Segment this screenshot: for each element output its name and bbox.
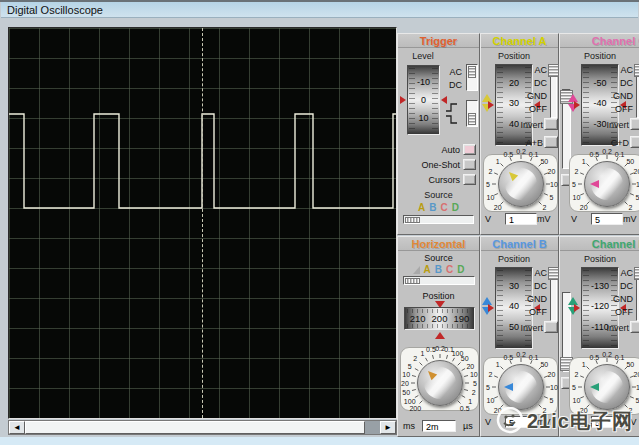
display-scrollbar[interactable]: ◄ ►	[8, 420, 397, 435]
channel-d-panel: Channel D Position -130-120-110 ACDCGNDO…	[559, 236, 639, 437]
scale-value: 1	[505, 213, 537, 225]
timebase-knob[interactable]	[417, 360, 463, 406]
coupling-option-ac: AC	[517, 64, 547, 77]
knob-scale-label: 10	[550, 384, 558, 391]
trigger-source-label: Source	[398, 190, 479, 200]
scale-knob-group[interactable]: V 5 mV 20105210.50.20.150201052	[481, 353, 560, 439]
coupling-option-off: OFF	[603, 306, 633, 319]
scroll-thumb[interactable]	[25, 421, 365, 434]
scope-display	[8, 27, 397, 419]
knob-scale-label: 2	[413, 355, 417, 362]
scale-knob[interactable]	[498, 161, 544, 207]
one-shot-button[interactable]	[463, 159, 476, 170]
source-channel-c[interactable]: C	[441, 202, 448, 213]
knob-scale-label: 50	[540, 360, 548, 367]
cursors-button[interactable]	[463, 174, 476, 185]
horizontal-position-drum[interactable]: 210200190	[404, 307, 475, 330]
coupling-slider-thumb[interactable]	[634, 267, 639, 280]
trigger-header: Trigger	[398, 34, 479, 48]
coupling-slider-thumb[interactable]	[548, 64, 559, 77]
horizontal-source-slider[interactable]	[403, 276, 475, 285]
knob-scale-label: 20	[580, 407, 588, 414]
source-channel-c[interactable]: C	[446, 264, 453, 275]
title-bar[interactable]: Digital Oscilloscope	[1, 2, 638, 18]
timebase-knob-group[interactable]: ms 2m µs 2001005020105210.50.20.11005020…	[398, 341, 481, 437]
source-channel-d[interactable]: D	[457, 264, 464, 275]
position-label: Position	[579, 254, 621, 264]
scroll-track[interactable]	[365, 421, 380, 434]
invert-button[interactable]	[630, 118, 639, 130]
sum-button[interactable]	[630, 136, 639, 148]
position-label: Position	[493, 51, 535, 61]
knob-scale-label: 2	[575, 168, 579, 175]
falling-edge-icon[interactable]	[445, 114, 458, 125]
coupling-option-off: OFF	[517, 103, 547, 116]
horizontal-source-slider-thumb[interactable]	[405, 278, 420, 284]
coupling-option-gnd: GND	[517, 293, 547, 306]
trigger-coupling-toggle-thumb[interactable]	[468, 66, 476, 78]
channel-a-panel: Channel A Position 203040 ACDCGNDOFF Inv…	[480, 33, 559, 235]
knob-scale-label: 5	[636, 396, 639, 403]
unit-right: mV	[623, 417, 637, 427]
drum-value: 200	[432, 313, 448, 324]
scale-knob-group[interactable]: V 1 mV 20105210.50.20.150201052	[481, 150, 560, 236]
knob-scale-label: 2	[575, 371, 579, 378]
knob-scale-label: 50	[540, 157, 548, 164]
coupling-option-ac: AC	[603, 64, 633, 77]
trigger-source-slider[interactable]	[403, 215, 474, 224]
invert-label: Invert	[499, 323, 543, 333]
source-channel-b[interactable]: B	[435, 264, 442, 275]
horizontal-header: Horizontal	[398, 237, 479, 251]
invert-button[interactable]	[544, 321, 558, 333]
desktop-background-strip	[0, 437, 639, 445]
unit-right: µs	[463, 421, 473, 431]
source-marker-icon	[413, 266, 420, 274]
coupling-slider-thumb[interactable]	[548, 267, 559, 280]
invert-label: Invert	[585, 120, 629, 130]
knob-scale-label: 1	[421, 349, 425, 356]
coupling-option-gnd: GND	[603, 90, 633, 103]
trigger-edge-toggle[interactable]	[466, 100, 478, 127]
sum-label: C+D	[585, 138, 629, 148]
trigger-level-drum[interactable]: -10010	[407, 65, 440, 135]
auto-label: Auto	[441, 145, 460, 155]
source-channel-a[interactable]: A	[418, 202, 425, 213]
scale-knob-group[interactable]: V 5 mV 20105210.50.20.150201052	[567, 150, 639, 236]
knob-scale-label: 0.1	[615, 150, 625, 157]
trigger-edge-toggle-thumb[interactable]	[468, 113, 476, 125]
unit-left: ms	[403, 421, 415, 431]
knob-scale-label: 0.5	[589, 353, 599, 360]
trigger-cursor-line[interactable]	[202, 28, 203, 418]
drum-marker-left-icon	[488, 101, 494, 109]
source-channel-b[interactable]: B	[429, 202, 436, 213]
invert-button[interactable]	[630, 321, 639, 333]
unit-right: mV	[623, 214, 637, 224]
one-shot-row: One-Shot	[400, 159, 478, 170]
invert-button[interactable]	[544, 118, 558, 130]
coupling-option-dc: DC	[517, 280, 547, 293]
scroll-right-button[interactable]: ►	[380, 421, 396, 434]
scroll-left-button[interactable]: ◄	[9, 421, 25, 434]
trigger-edge-selector	[445, 102, 458, 125]
rising-edge-icon[interactable]	[445, 102, 458, 113]
knob-scale-label: 0.2	[516, 148, 526, 155]
source-channel-d[interactable]: D	[452, 202, 459, 213]
knob-scale-label: 10	[550, 181, 558, 188]
source-channel-a[interactable]: A	[424, 264, 431, 275]
knob-scale-label: 20	[494, 204, 502, 211]
trigger-coupling-toggle[interactable]	[466, 64, 478, 91]
scale-knob-group[interactable]: V 5 mV 20105210.50.20.150201052	[567, 353, 639, 439]
sum-button[interactable]	[544, 136, 558, 148]
knob-scale-label: 1	[582, 157, 586, 164]
channel-title: Channel D	[592, 238, 639, 250]
trigger-source-slider-thumb[interactable]	[405, 217, 420, 223]
drum-value: 0	[408, 95, 439, 105]
coupling-slider-thumb[interactable]	[634, 64, 639, 77]
horizontal-panel: Horizontal Source ABCD Position 21020019…	[397, 236, 480, 437]
coupling-option-dc: DC	[438, 79, 462, 92]
channel-body: Position -130-120-110 ACDCGNDOFF Invert …	[567, 251, 639, 436]
knob-scale-label: 5	[473, 380, 477, 387]
auto-button[interactable]	[463, 144, 476, 155]
knob-scale-label: 5	[572, 181, 576, 188]
knob-scale-label: 10	[470, 370, 478, 377]
